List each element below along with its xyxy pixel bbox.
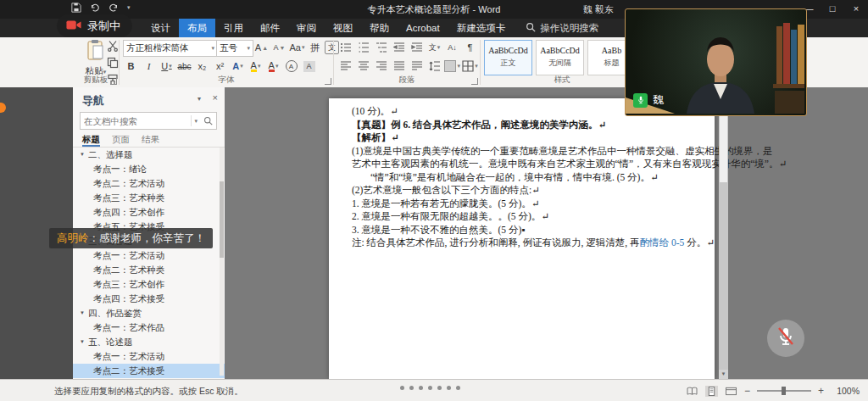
- webcam-overlay[interactable]: 魏: [625, 8, 807, 116]
- shading-icon[interactable]: ▾: [444, 58, 460, 74]
- align-right-icon[interactable]: [373, 58, 389, 74]
- ribbon-tab[interactable]: 邮件: [252, 19, 288, 37]
- multilevel-list-icon[interactable]: [373, 40, 389, 55]
- nav-item[interactable]: ▼ 考点三：艺术创作: [73, 277, 225, 292]
- decrease-indent-icon[interactable]: [391, 40, 407, 55]
- font-name-combo[interactable]: 方正粗楷宋简体▾: [123, 40, 218, 57]
- align-center-icon[interactable]: [355, 58, 371, 74]
- change-case-icon[interactable]: Aa▾: [289, 40, 305, 55]
- font-color-icon[interactable]: A▾: [265, 58, 281, 74]
- tell-me-search[interactable]: 操作说明搜索: [526, 22, 598, 35]
- ribbon-tab[interactable]: 布局: [179, 19, 215, 37]
- scrollbar-thumb[interactable]: [720, 110, 727, 182]
- font-dialog-launcher[interactable]: [325, 78, 331, 85]
- text-effects-icon[interactable]: A▾: [230, 58, 246, 74]
- toolbar-dot[interactable]: [437, 386, 442, 390]
- nav-item[interactable]: ▼ 五、论述题: [73, 335, 225, 349]
- print-layout-icon[interactable]: [705, 386, 718, 397]
- clipboard-dialog-launcher[interactable]: [110, 78, 117, 85]
- nav-item[interactable]: ▼ 考点一：艺术作品: [73, 320, 225, 335]
- toolbar-dot[interactable]: [419, 386, 423, 390]
- document-page[interactable]: (10 分)。↵【真题】例 6. 结合具体艺术作品，阐述意境的美学内涵。↵【解析…: [329, 98, 715, 379]
- font-size-combo[interactable]: 五号▾: [216, 40, 253, 57]
- numbering-icon[interactable]: [355, 40, 371, 55]
- ribbon-tab[interactable]: 帮助: [361, 19, 398, 37]
- superscript-button[interactable]: x²: [212, 58, 228, 74]
- zoom-in-button[interactable]: +: [818, 385, 824, 397]
- zoom-out-button[interactable]: −: [744, 385, 750, 397]
- ribbon-tab[interactable]: 设计: [142, 19, 179, 37]
- ribbon-tab[interactable]: 引用: [215, 19, 252, 37]
- nav-item[interactable]: ▼ 考点三：艺术种类: [73, 191, 225, 205]
- justify-icon[interactable]: [391, 58, 407, 74]
- nav-item[interactable]: ▼ 考点一：艺术活动: [73, 349, 225, 364]
- vertical-scrollbar[interactable]: ▲ ▼: [719, 98, 728, 379]
- paragraph-dialog-launcher[interactable]: [471, 78, 478, 85]
- zoom-percentage[interactable]: 100%: [831, 386, 860, 396]
- nav-item[interactable]: ▼ 考点四：艺术接受: [73, 292, 225, 306]
- style-card[interactable]: AaBbCcDd 正文: [484, 40, 532, 75]
- nav-item[interactable]: ▼ 考点二：艺术接受: [73, 364, 225, 378]
- nav-item[interactable]: ▼ 二、选择题: [73, 148, 225, 162]
- expand-triangle-icon[interactable]: ▼: [80, 335, 88, 349]
- borders-icon[interactable]: ▾: [462, 58, 478, 74]
- navigation-tab[interactable]: 结果: [142, 131, 159, 147]
- expand-triangle-icon[interactable]: ▼: [80, 148, 88, 162]
- distribute-icon[interactable]: [409, 58, 425, 74]
- read-mode-icon[interactable]: [686, 386, 698, 397]
- expand-triangle-icon[interactable]: ▼: [80, 306, 88, 320]
- navigation-options-icon[interactable]: ▾: [198, 95, 201, 103]
- ribbon-tab[interactable]: 新建选项卡: [448, 19, 515, 37]
- scroll-down-icon[interactable]: ▼: [719, 370, 728, 379]
- strikethrough-button[interactable]: abc: [176, 58, 192, 74]
- show-marks-icon[interactable]: ¶: [462, 40, 478, 55]
- toolbar-dot[interactable]: [428, 386, 432, 390]
- nav-item[interactable]: ▼ 四、作品鉴赏: [73, 306, 225, 320]
- underline-button[interactable]: U▾: [159, 58, 175, 74]
- zoom-slider-thumb[interactable]: [782, 387, 786, 395]
- account-name[interactable]: 魏 毅东: [583, 0, 614, 19]
- navigation-close-icon[interactable]: ×: [213, 92, 218, 103]
- search-input[interactable]: [81, 116, 191, 126]
- subscript-button[interactable]: x₂: [194, 58, 210, 74]
- toolbar-dot[interactable]: [400, 386, 404, 390]
- style-card[interactable]: AaBbCcDd 无间隔: [536, 40, 584, 75]
- navigation-tab[interactable]: 标题: [82, 131, 100, 147]
- toolbar-dot[interactable]: [409, 386, 414, 390]
- character-shading-icon[interactable]: A: [301, 58, 317, 74]
- nav-item[interactable]: ▼ 考点一：绪论: [73, 162, 225, 176]
- navigation-tab[interactable]: 页面: [112, 131, 130, 147]
- sort-icon[interactable]: A↓: [444, 40, 460, 55]
- increase-indent-icon[interactable]: [409, 40, 425, 55]
- ribbon-tab[interactable]: 审阅: [288, 19, 325, 37]
- shrink-font-icon[interactable]: A▼: [271, 40, 287, 55]
- toolbar-dot[interactable]: [456, 386, 460, 390]
- close-button[interactable]: ×: [844, 0, 868, 19]
- note-highlighted-text[interactable]: 酌情给 0-5: [640, 237, 685, 248]
- zoom-slider[interactable]: [757, 390, 811, 392]
- navigation-search-box[interactable]: ▾: [80, 112, 217, 130]
- cut-icon[interactable]: [107, 40, 119, 55]
- grow-font-icon[interactable]: A▲: [253, 40, 270, 55]
- line-spacing-icon[interactable]: [426, 58, 442, 74]
- nav-item[interactable]: ▼ 考点四：艺术创作: [73, 205, 225, 220]
- nav-item[interactable]: ▼ 考点一：艺术活动: [73, 248, 225, 263]
- italic-button[interactable]: I: [141, 58, 157, 74]
- search-icon[interactable]: [200, 114, 216, 129]
- search-dropdown-icon[interactable]: ▾: [191, 115, 200, 126]
- web-layout-icon[interactable]: [725, 386, 737, 397]
- maximize-button[interactable]: □: [821, 0, 844, 19]
- recording-indicator[interactable]: 录制中: [57, 14, 132, 37]
- enclose-character-icon[interactable]: A: [283, 58, 299, 74]
- nav-item[interactable]: ▼ 考点二：艺术活动: [73, 176, 225, 191]
- ribbon-tab[interactable]: Acrobat: [398, 19, 448, 37]
- ribbon-tab[interactable]: 视图: [325, 19, 361, 37]
- bullets-icon[interactable]: [337, 40, 353, 55]
- navigation-scrollbar[interactable]: [220, 148, 224, 376]
- nav-item[interactable]: ▼ 考点二：艺术种类: [73, 263, 225, 277]
- mute-microphone-button[interactable]: [767, 320, 804, 357]
- toolbar-dot[interactable]: [447, 386, 451, 390]
- asian-layout-icon[interactable]: 文▾: [426, 40, 442, 55]
- align-left-icon[interactable]: [337, 58, 353, 74]
- bold-button[interactable]: B: [123, 58, 139, 74]
